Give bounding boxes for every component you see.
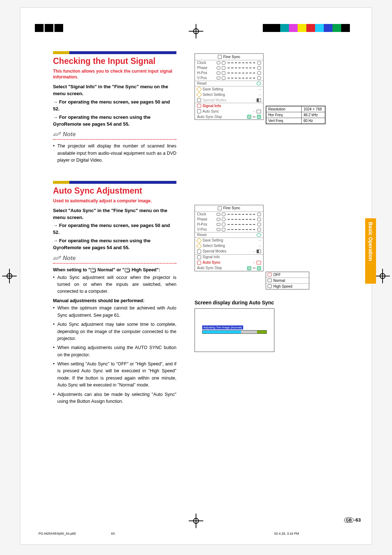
diamond-icon [196,238,202,243]
osd-phase: Phase [197,66,215,70]
arrow-right-icon [252,261,255,264]
autosync-icon [197,261,201,265]
osd-vpos: V-Pos [197,76,215,80]
modes-icon [197,98,201,102]
opt-icon [257,110,261,113]
osd-title: Fine Sync [195,205,263,212]
note-hand-icon [53,131,61,138]
play-icon [257,98,261,102]
vertfreq-value: 60 Hz [302,118,325,124]
opt-normal: Normal [273,279,285,283]
osd-phase: Phase [197,218,215,221]
section2-step3: For operating the menu screen using the … [53,238,176,251]
note-header: Note [53,131,184,138]
modes-icon [197,250,201,254]
progress-bar: Adjusting The Image (Normal) [202,323,267,334]
osd-disp: Auto Sync Disp [197,115,222,119]
horfreq-value: 48.2 kHz [302,112,325,118]
osd-auto: Auto Sync [203,110,219,113]
disp-icon-b [257,115,261,119]
highspeed-icon [268,284,272,288]
sync-options-box: OFF Normal High Speed [266,272,309,289]
b4: When making adjustments using the AUTO S… [53,344,176,358]
section2-step2: For operating the menu screen, see pages… [53,222,176,236]
osd-select: Select Setting [203,244,225,248]
normal-icon [268,279,272,282]
sub1b: Normal" or " [96,267,124,272]
color-strip [263,24,350,32]
osd-hpos: H-Pos [197,223,215,226]
osd-special: Special Modes [203,98,226,102]
section-bar [53,51,176,54]
sub2: Manual adjustments should be performed: [53,297,176,304]
play-icon [257,250,261,253]
disp-icon-a [247,266,251,270]
osd-save: Save Setting [203,239,223,242]
crop-marks-top [20,17,372,39]
b1: Auto Sync adjustment will occur when the… [53,274,176,295]
b3: Auto Sync adjustment may take some time … [53,321,176,342]
section1-title: Checking the Input Signal [53,56,184,66]
crop-target-left [6,272,13,280]
note-separator [53,263,176,264]
sub1c: High Speed": [130,267,160,272]
signal-info-box: Resolution1024 × 768 Hor Freq48.2 kHz Ve… [266,106,326,124]
b5: When setting "Auto Sync" to "OFF" or "Hi… [53,361,176,389]
signal-icon [197,255,201,259]
sync-icon [218,55,222,59]
osd-save: Save Setting [203,88,223,91]
sub1a: When setting to " [53,267,90,272]
section1-desc: This function allows you to check the cu… [53,68,176,80]
opt-off: OFF [273,273,281,277]
opt-high: High Speed [273,284,292,288]
highspeed-icon [125,268,130,272]
registration-blocks [35,24,63,32]
osd-reset: Reset [197,82,215,85]
horfreq-label: Hor Freq [266,112,302,118]
osd-clock: Clock [197,61,215,65]
crop-target-bottom [192,517,200,524]
osd-title: Fine Sync [195,54,263,60]
b2: When the optimum image cannot be achieve… [53,305,176,319]
vertfreq-label: Vert Freq [266,118,302,124]
section-bar [53,181,176,184]
crop-marks-bottom [20,514,372,535]
sync-icon [218,206,222,210]
osd-reset: Reset [197,233,215,237]
section2-left: Auto Sync Adjustment Used to automatical… [53,181,184,408]
sub1: When setting to " Normal" or " High Spee… [53,267,176,274]
resolution-label: Resolution [266,106,302,112]
section1-note-bullet: The projector will display the number of… [53,143,176,164]
reset-icon [257,233,261,237]
osd-special: Special Modes [203,250,226,253]
note-label: Note [63,131,76,138]
page-frame: Checking the Input Signal This function … [20,7,372,545]
osd-vpos: V-Pos [197,228,215,231]
section2-right: Fine Sync Clock Phase H-Pos V-Pos Reset … [195,203,343,352]
section1-right: Fine Sync Clock Phase H-Pos V-Pos Reset … [195,51,343,124]
osd-hpos: H-Pos [197,71,215,75]
screen-display-box: Adjusting The Image (Normal) [195,308,274,352]
osd-disp: Auto Sync Disp [197,266,222,270]
arrow-right-icon [252,110,255,113]
diamond-icon [196,243,202,249]
progress-track [202,330,267,334]
osd-signal: Signal Info [203,255,220,259]
disp-icon-b [257,266,261,270]
disp-icon-a [247,115,251,119]
diamond-icon [196,92,202,98]
osd-menu-2: Fine Sync Clock Phase H-Pos V-Pos Reset … [195,205,264,271]
crop-target-top [192,28,200,35]
content-area: Checking the Input Signal This function … [53,51,343,523]
reset-icon [257,82,261,85]
osd-signal: Signal Info [203,104,221,108]
note-hand-icon [53,255,61,262]
resolution-value: 1024 × 768 [302,106,325,112]
signal-icon [197,104,201,108]
opt-icon [257,261,261,264]
arrow-right-icon [258,239,261,242]
arrow-right-icon [258,88,261,91]
normal-icon [91,268,96,272]
section1-step2: For operating the menu screen, see pages… [53,99,176,113]
note-label: Note [63,255,76,262]
